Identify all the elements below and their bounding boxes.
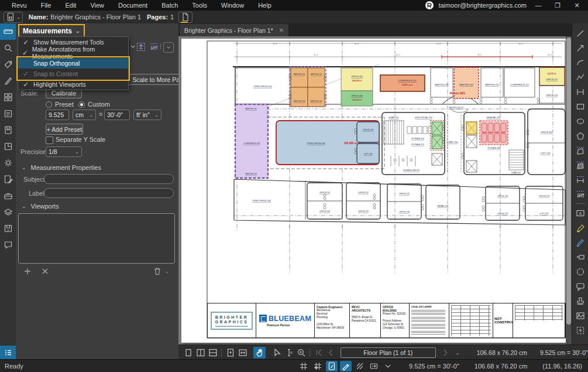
calibrate-tool-icon[interactable]	[136, 42, 146, 52]
menu-view[interactable]: View	[83, 1, 111, 10]
restore-button[interactable]: ❐	[550, 1, 565, 10]
sidebar-tab-thumbnails[interactable]	[0, 89, 16, 105]
sidebar-tab-file-access[interactable]	[0, 220, 16, 237]
scale-unit-select[interactable]: cm⌄	[73, 110, 96, 120]
tool-ellipse[interactable]	[572, 114, 588, 128]
status-chevron-down-button[interactable]	[382, 361, 394, 371]
status-reuse-button[interactable]	[368, 361, 380, 371]
document-page[interactable]: OPEN OFFICE 200MEETING 201MEETING 202MEE…	[181, 39, 566, 343]
viewports-list[interactable]	[18, 213, 175, 264]
tool-image[interactable]	[572, 308, 588, 323]
tab-close-icon[interactable]: ✕	[279, 27, 284, 33]
menu-document[interactable]: Document	[111, 1, 154, 10]
split-vertical-button[interactable]	[194, 347, 207, 359]
single-page-view-button[interactable]	[182, 347, 194, 359]
separate-y-label[interactable]: Separate Y Scale	[56, 136, 105, 143]
subject-input[interactable]	[44, 174, 174, 184]
tool-snapshot[interactable]	[572, 323, 588, 337]
sidebar-tab-properties[interactable]	[0, 105, 16, 122]
minimize-button[interactable]: —	[531, 1, 546, 10]
sidebar-tab-bookmarks[interactable]	[0, 122, 16, 138]
tool-line[interactable]	[572, 26, 588, 40]
sidebar-tab-layers[interactable]	[0, 204, 16, 220]
first-page-button[interactable]	[312, 347, 325, 359]
custom-radio-label[interactable]: Custom	[88, 101, 110, 108]
measurement-properties-header[interactable]: ⌄ Measurement Properties	[22, 164, 101, 171]
tool-polyline[interactable]	[572, 70, 588, 84]
select-tool-button[interactable]	[270, 347, 283, 359]
tool-pen[interactable]	[572, 235, 588, 250]
menu-file[interactable]: File	[34, 1, 59, 10]
split-horizontal-button[interactable]	[207, 347, 219, 359]
menu-item-highlight-viewports[interactable]: ✓Highlight Viewports	[18, 79, 128, 90]
sidebar-tab-chat[interactable]	[0, 237, 16, 253]
pan-tool-button[interactable]	[253, 347, 266, 359]
scale-value2-input[interactable]	[104, 110, 130, 120]
menu-edit[interactable]: Edit	[58, 1, 83, 10]
menu-batch[interactable]: Batch	[154, 1, 185, 10]
menu-item-make-annotations-from-measurements[interactable]: ✓Make Annotations from Measurements	[18, 47, 128, 58]
fit-width-button[interactable]	[236, 347, 249, 359]
precision-select[interactable]: 1/8⌄	[46, 146, 82, 157]
tool-perimeter[interactable]	[572, 172, 588, 187]
sidebar-tab-search[interactable]	[0, 40, 16, 56]
status-snap-content-button[interactable]	[326, 361, 338, 371]
tool-arrow[interactable]	[572, 40, 588, 55]
status-snap-grid-button[interactable]	[312, 361, 324, 371]
vertical-scrollbar[interactable]	[566, 36, 572, 344]
next-page-button[interactable]	[439, 347, 452, 359]
sidebar-tab-markup-summary[interactable]	[0, 171, 16, 187]
menu-help[interactable]: Help	[251, 1, 278, 10]
account-email[interactable]: taimoor@brightergraphics.com	[438, 2, 527, 9]
menu-window[interactable]: Window	[214, 1, 251, 10]
tool-area[interactable]	[572, 143, 588, 158]
tool-volume[interactable]	[572, 158, 588, 172]
viewports-header[interactable]: ⌄ Viewports	[22, 203, 59, 210]
sidebar-tab-spaces[interactable]	[0, 138, 16, 155]
page-field[interactable]: Floor Plan (1 of 1)	[341, 347, 436, 358]
tool-polygon[interactable]	[572, 128, 588, 143]
close-button[interactable]: ✕	[569, 1, 584, 10]
page-setup-button[interactable]	[178, 12, 192, 23]
new-window-button[interactable]	[224, 347, 236, 359]
tool-arc[interactable]	[572, 55, 588, 70]
scale-unit2-select[interactable]: ft' in"⌄	[133, 110, 161, 120]
preset-radio-label[interactable]: Preset	[55, 101, 74, 108]
status-snap-markup-button[interactable]	[340, 361, 352, 371]
tool-count[interactable]	[572, 187, 588, 202]
separate-y-checkbox[interactable]	[46, 136, 53, 144]
page-options-chevron[interactable]: ⌄	[452, 347, 464, 359]
tool-cloud[interactable]	[572, 264, 588, 279]
markup-list-toggle[interactable]	[0, 346, 16, 359]
sidebar-tab-measurements[interactable]	[0, 23, 16, 40]
file-menu-button[interactable]: ⌄	[4, 12, 23, 23]
status-snap-hatch-button[interactable]	[354, 361, 366, 371]
delete-viewport-button[interactable]	[40, 267, 50, 276]
scale-value-input[interactable]	[46, 110, 69, 120]
sidebar-tab-settings[interactable]	[0, 155, 16, 171]
menu-revu[interactable]: Revu	[5, 1, 34, 10]
select-text-button[interactable]: A	[283, 347, 295, 359]
tool-length[interactable]	[572, 84, 588, 99]
sidebar-tab-toolbox[interactable]	[0, 187, 16, 204]
label-input[interactable]	[44, 188, 174, 198]
tool-textbox[interactable]: A	[572, 206, 588, 220]
tool-callout[interactable]	[572, 250, 588, 264]
sidebar-tab-signature[interactable]	[0, 73, 16, 89]
menu-tools[interactable]: Tools	[185, 1, 214, 10]
preset-radio[interactable]	[46, 101, 52, 108]
zoom-tool-button[interactable]	[295, 347, 307, 359]
count-tool-icon[interactable]	[149, 42, 159, 52]
menu-item-snap-to-content[interactable]: ✓Snap to Content	[18, 69, 128, 79]
sidebar-tab-flag[interactable]	[0, 56, 16, 73]
add-preset-button[interactable]: + Add Preset	[46, 124, 83, 135]
tool-note[interactable]	[572, 279, 588, 293]
toolbar-more-button[interactable]	[163, 42, 174, 53]
custom-radio[interactable]	[78, 101, 85, 108]
tool-rectangle[interactable]	[572, 99, 588, 114]
document-area[interactable]: OPEN OFFICE 200MEETING 201MEETING 202MEE…	[178, 36, 572, 344]
document-tab[interactable]: Brighter Graphics - Floor Plan 1* ✕	[180, 24, 288, 36]
status-grid-button[interactable]	[298, 361, 310, 371]
tool-highlighter[interactable]	[572, 220, 588, 235]
add-viewport-button[interactable]	[23, 267, 32, 276]
